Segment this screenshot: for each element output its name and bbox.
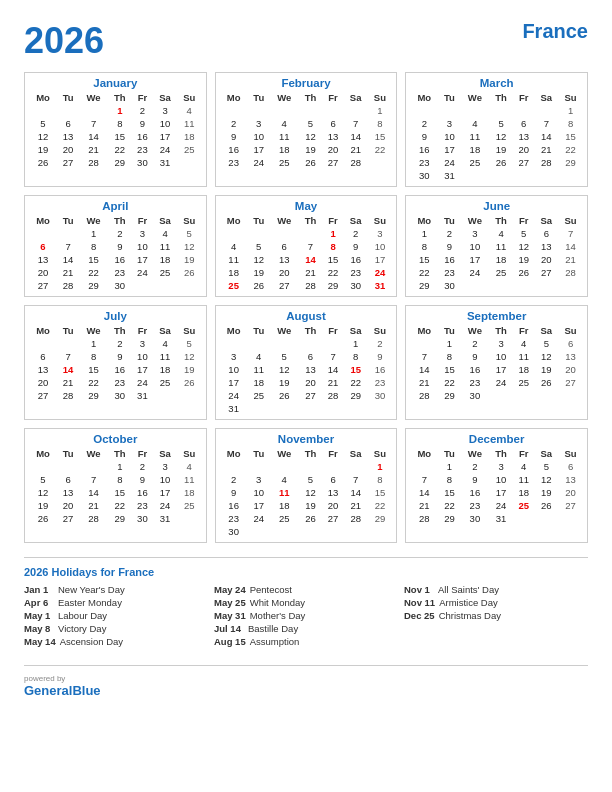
cal-cell: 3	[489, 460, 513, 473]
holiday-date: Aug 15	[214, 636, 246, 647]
cal-cell: 27	[513, 156, 535, 169]
cal-cell: 12	[535, 473, 559, 486]
cal-cell: 5	[489, 117, 513, 130]
holidays-title: 2026 Holidays for France	[24, 566, 588, 578]
day-header-th: Th	[299, 324, 323, 337]
day-header-sa: Sa	[153, 447, 177, 460]
cal-cell	[248, 337, 270, 350]
holiday-item: Jan 1New Year's Day	[24, 584, 208, 595]
cal-cell: 29	[438, 389, 460, 402]
cal-cell	[535, 279, 559, 292]
cal-cell: 27	[57, 156, 79, 169]
cal-cell: 31	[489, 512, 513, 525]
cal-cell: 17	[132, 363, 154, 376]
holiday-date: May 1	[24, 610, 54, 621]
cal-cell: 4	[177, 460, 202, 473]
cal-cell: 6	[322, 473, 344, 486]
cal-cell: 31	[153, 512, 177, 525]
cal-cell: 9	[344, 240, 368, 253]
cal-cell: 6	[270, 240, 299, 253]
cal-cell: 30	[461, 389, 490, 402]
cal-cell: 20	[322, 499, 344, 512]
day-header-mo: Mo	[220, 324, 248, 337]
cal-cell: 29	[438, 512, 460, 525]
day-header-we: We	[270, 324, 299, 337]
cal-cell: 15	[344, 363, 368, 376]
cal-cell	[368, 402, 393, 415]
month-november: NovemberMoTuWeThFrSaSu123456789101112131…	[215, 428, 398, 543]
holiday-date: May 31	[214, 610, 246, 621]
cal-table-may: MoTuWeThFrSaSu12345678910111213141516171…	[220, 214, 393, 292]
cal-cell: 11	[489, 240, 513, 253]
cal-cell: 24	[132, 376, 154, 389]
cal-cell: 26	[177, 376, 202, 389]
cal-cell: 14	[558, 240, 583, 253]
cal-cell: 2	[368, 337, 393, 350]
day-header-fr: Fr	[513, 447, 535, 460]
cal-cell: 5	[299, 117, 323, 130]
cal-cell: 19	[489, 143, 513, 156]
day-header-we: We	[79, 91, 108, 104]
cal-cell: 27	[322, 512, 344, 525]
cal-cell: 10	[248, 130, 270, 143]
month-name-december: December	[410, 433, 583, 445]
cal-cell	[344, 104, 368, 117]
cal-cell: 8	[79, 350, 108, 363]
day-header-we: We	[461, 91, 490, 104]
day-header-su: Su	[177, 214, 202, 227]
cal-cell: 13	[513, 130, 535, 143]
holiday-name: Christmas Day	[439, 610, 501, 621]
cal-cell: 7	[79, 473, 108, 486]
day-header-su: Su	[558, 91, 583, 104]
cal-cell: 12	[177, 240, 202, 253]
cal-cell: 11	[270, 486, 299, 499]
cal-cell: 22	[344, 376, 368, 389]
cal-cell: 4	[220, 240, 248, 253]
cal-cell: 1	[410, 227, 438, 240]
cal-cell: 26	[513, 266, 535, 279]
cal-cell: 12	[177, 350, 202, 363]
cal-cell: 13	[558, 350, 583, 363]
cal-cell: 25	[489, 266, 513, 279]
holiday-date: Jan 1	[24, 584, 54, 595]
cal-cell: 1	[322, 227, 344, 240]
cal-cell: 22	[79, 266, 108, 279]
cal-cell: 21	[57, 376, 79, 389]
cal-cell: 7	[344, 473, 368, 486]
cal-cell: 26	[248, 279, 270, 292]
cal-cell: 29	[344, 389, 368, 402]
cal-cell	[29, 337, 57, 350]
cal-cell	[29, 460, 57, 473]
cal-cell: 19	[177, 363, 202, 376]
cal-cell: 4	[461, 117, 490, 130]
cal-cell: 24	[248, 512, 270, 525]
cal-cell: 24	[220, 389, 248, 402]
cal-cell: 22	[108, 499, 132, 512]
day-header-th: Th	[489, 447, 513, 460]
cal-cell	[299, 402, 323, 415]
month-name-may: May	[220, 200, 393, 212]
cal-cell: 19	[535, 486, 559, 499]
month-april: AprilMoTuWeThFrSaSu123456789101112131415…	[24, 195, 207, 297]
cal-cell: 6	[513, 117, 535, 130]
cal-cell: 1	[79, 337, 108, 350]
cal-cell: 17	[132, 253, 154, 266]
cal-table-december: MoTuWeThFrSaSu12345678910111213141516171…	[410, 447, 583, 525]
cal-cell	[57, 104, 79, 117]
cal-cell: 26	[299, 512, 323, 525]
cal-cell	[513, 389, 535, 402]
cal-cell: 17	[489, 363, 513, 376]
day-header-th: Th	[489, 91, 513, 104]
cal-cell: 14	[410, 486, 438, 499]
day-header-tu: Tu	[438, 214, 460, 227]
day-header-su: Su	[368, 91, 393, 104]
cal-cell: 22	[410, 266, 438, 279]
cal-cell: 1	[438, 460, 460, 473]
day-header-tu: Tu	[248, 324, 270, 337]
cal-cell: 20	[299, 376, 323, 389]
cal-cell: 30	[410, 169, 438, 182]
cal-cell: 28	[299, 279, 323, 292]
day-header-sa: Sa	[153, 91, 177, 104]
cal-cell	[513, 169, 535, 182]
cal-cell: 24	[489, 499, 513, 512]
